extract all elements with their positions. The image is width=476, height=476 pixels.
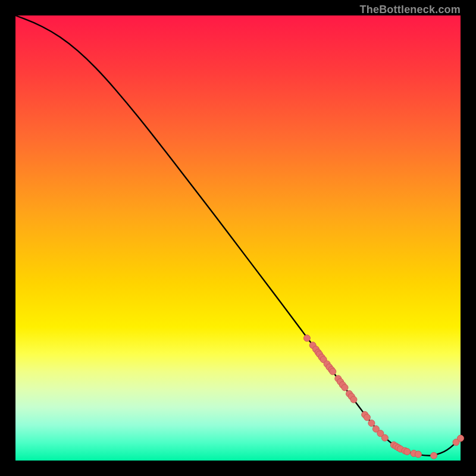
watermark-label: TheBottleneck.com (360, 4, 461, 16)
chart-plot-area (15, 15, 461, 461)
chart-stage: TheBottleneck.com (0, 0, 476, 476)
